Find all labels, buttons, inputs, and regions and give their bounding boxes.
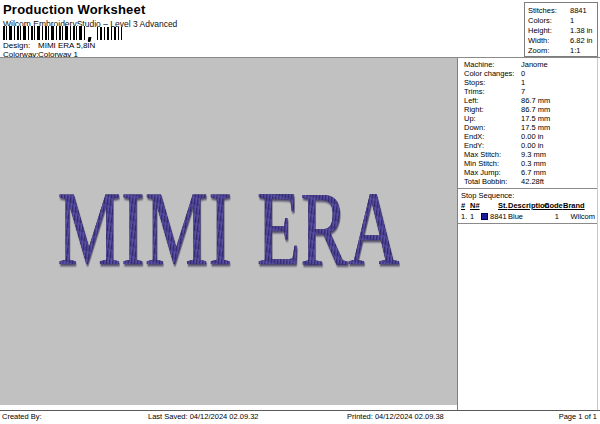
summary-label: Colors: <box>528 16 570 25</box>
summary-value: 1:1 <box>570 46 580 55</box>
info-value: 6.7 mm <box>521 168 546 177</box>
info-label: Stops: <box>464 78 521 87</box>
stop-sequence-row: 1. 1 8841 Blue 1 Wilcom <box>458 210 597 224</box>
info-row-max-stitch: Max Stitch:9.3 mm <box>464 150 597 159</box>
info-label: Up: <box>464 114 521 123</box>
machine-info-list: Machine:Janome Color changes:0 Stops:1 T… <box>458 58 597 187</box>
info-row-down: Down:17.5 mm <box>464 123 597 132</box>
info-row-left: Left:86.7 mm <box>464 96 597 105</box>
info-row-endx: EndX:0.00 in <box>464 132 597 141</box>
col-header-num: # <box>461 201 470 210</box>
design-summary-box: Stitches:8841 Colors:1 Height:1.38 in Wi… <box>524 2 598 57</box>
col-header-n: N# <box>470 201 498 210</box>
info-label: Trims: <box>464 87 521 96</box>
info-label: Max Jump: <box>464 168 521 177</box>
cell-code: 1 <box>545 212 563 221</box>
cell-stitches: 8841 <box>490 212 508 221</box>
info-value: 9.3 mm <box>521 150 546 159</box>
footer-printed: Printed: 04/12/2024 02.09.38 <box>347 412 444 421</box>
stop-sequence-header-row: # N# St. Description Code Brand <box>458 200 597 210</box>
info-value: Janome <box>521 60 548 69</box>
barcode-segment-1-icon <box>3 26 86 40</box>
footer-page-number: Page 1 of 1 <box>559 412 597 421</box>
page-right-edge <box>597 58 598 410</box>
summary-label: Height: <box>528 26 570 35</box>
summary-value: 1.38 in <box>570 26 593 35</box>
cell-description: Blue <box>508 212 545 221</box>
page-title: Production Worksheet <box>3 2 145 17</box>
info-value: 86.7 mm <box>521 96 550 105</box>
footer-created-by: Created By: <box>2 412 42 421</box>
info-value: 0.00 in <box>521 132 544 141</box>
info-row-stops: Stops:1 <box>464 78 597 87</box>
info-label: Min Stitch: <box>464 159 521 168</box>
info-value: 17.5 mm <box>521 123 550 132</box>
cell-num: 1. <box>461 212 470 221</box>
info-label: Down: <box>464 123 521 132</box>
info-row-machine: Machine:Janome <box>464 60 597 69</box>
info-label: Color changes: <box>464 69 521 78</box>
footer-last-saved: Last Saved: 04/12/2024 02.09.32 <box>148 412 259 421</box>
summary-row-height: Height:1.38 in <box>528 25 597 35</box>
info-value: 17.5 mm <box>521 114 550 123</box>
footer-divider <box>0 410 600 411</box>
info-row-max-jump: Max Jump:6.7 mm <box>464 168 597 177</box>
info-label: Max Stitch: <box>464 150 521 159</box>
stop-sequence-title: Stop Sequence: <box>458 189 597 200</box>
info-label: Machine: <box>464 60 521 69</box>
machine-info-panel: Machine:Janome Color changes:0 Stops:1 T… <box>457 58 597 410</box>
info-row-up: Up:17.5 mm <box>464 114 597 123</box>
info-label: Right: <box>464 105 521 114</box>
summary-value: 6.82 in <box>570 36 593 45</box>
design-value: MIMI ERA 5,8IN <box>38 41 95 50</box>
summary-row-zoom: Zoom:1:1 <box>528 46 597 56</box>
info-label: EndX: <box>464 132 521 141</box>
embroidery-design-text: MIMI ERA <box>58 176 400 281</box>
info-row-color-changes: Color changes:0 <box>464 69 597 78</box>
col-header-code: Code <box>544 201 563 210</box>
summary-row-width: Width:6.82 in <box>528 36 597 46</box>
col-header-description: Description <box>508 201 544 210</box>
info-value: 86.7 mm <box>521 105 550 114</box>
info-label: Total Bobbin: <box>464 177 521 186</box>
summary-label: Zoom: <box>528 46 570 55</box>
info-row-trims: Trims:7 <box>464 87 597 96</box>
info-value: 1 <box>521 78 525 87</box>
info-value: 7 <box>521 87 525 96</box>
info-label: EndY: <box>464 141 521 150</box>
summary-label: Stitches: <box>528 6 570 15</box>
info-row-endy: EndY:0.00 in <box>464 141 597 150</box>
design-label: Design: <box>3 41 38 50</box>
cell-brand: Wilcom <box>563 212 595 221</box>
summary-value: 8841 <box>570 6 587 15</box>
info-value: 42.28ft <box>521 177 544 186</box>
info-value: 0 <box>521 69 525 78</box>
barcode-icon <box>3 26 122 40</box>
info-row-right: Right:86.7 mm <box>464 105 597 114</box>
info-value: 0.00 in <box>521 141 544 150</box>
col-header-st: St. <box>498 201 508 210</box>
info-label: Left: <box>464 96 521 105</box>
summary-value: 1 <box>570 16 574 25</box>
summary-row-colors: Colors:1 <box>528 15 597 25</box>
info-row-total-bobbin: Total Bobbin:42.28ft <box>464 177 597 186</box>
thread-color-swatch <box>481 213 488 220</box>
col-header-brand: Brand <box>563 201 597 210</box>
info-value: 0.3 mm <box>521 159 546 168</box>
info-row-min-stitch: Min Stitch:0.3 mm <box>464 159 597 168</box>
design-canvas: MIMI ERA <box>0 58 457 405</box>
barcode-segment-2-icon <box>97 27 122 40</box>
cell-n: 1 <box>470 212 481 221</box>
design-row: Design:MIMI ERA 5,8IN <box>3 41 95 50</box>
summary-row-stitches: Stitches:8841 <box>528 5 597 15</box>
summary-label: Width: <box>528 36 570 45</box>
